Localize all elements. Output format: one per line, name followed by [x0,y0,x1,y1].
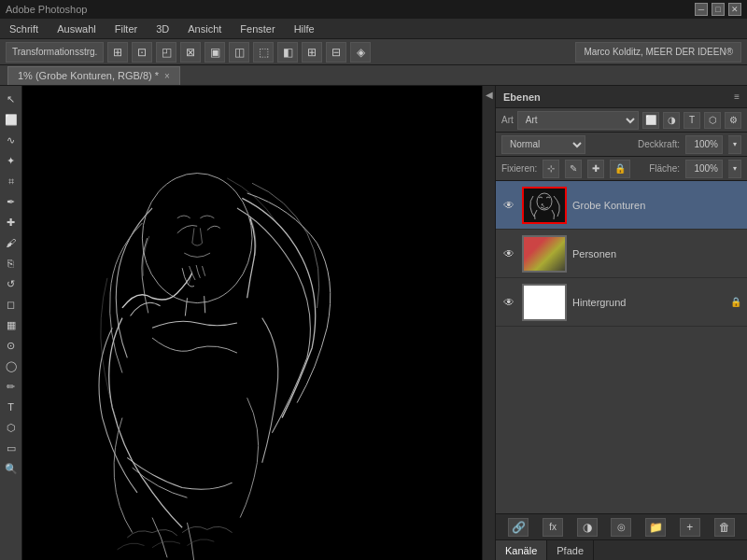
lock-pixel-button[interactable]: ✎ [565,160,582,178]
artwork-canvas [22,86,482,560]
tool-wand[interactable]: ✦ [2,151,21,170]
new-layer-button[interactable]: + [680,518,700,537]
fill-value[interactable]: 100% [685,160,723,178]
transform-tool[interactable]: Transformationsstrg. [6,42,104,63]
tool-crop[interactable]: ⌗ [2,172,21,190]
layer-kind-row: Art Art ⬜ ◑ T ⬡ ⚙ [496,108,747,133]
tool-path[interactable]: ⬡ [2,418,21,437]
menu-auswahl[interactable]: Auswahl [53,21,100,36]
menu-schrift[interactable]: Schrift [6,21,42,36]
tool-dodge[interactable]: ◯ [2,357,21,375]
kind-smart-icon[interactable]: ⚙ [725,112,741,129]
tool-pen[interactable]: ✏ [2,377,21,396]
layer-name-personen: Personen [572,248,741,259]
blend-mode-select[interactable]: Normal [501,135,585,154]
tab-pfade[interactable]: Pfade [547,540,594,560]
fill-dropdown[interactable]: ▾ [728,160,741,178]
tool-heal[interactable]: ✚ [2,213,21,231]
tool-option-11[interactable]: ◈ [350,42,371,63]
layers-menu-button[interactable]: ≡ [734,91,740,102]
tool-option-8[interactable]: ◧ [277,42,298,63]
fixate-label: Fixieren: [501,163,537,174]
layer-grobe-konturen[interactable]: 👁 [496,181,747,230]
title-bar: Adobe Photoshop ─ □ ✕ [0,0,747,19]
tool-brush[interactable]: 🖌 [2,233,21,252]
tool-shape[interactable]: ▭ [2,439,21,457]
group-button[interactable]: 📁 [645,518,666,537]
window-controls: ─ □ ✕ [695,3,741,16]
layer-visibility-hintergrund[interactable]: 👁 [501,295,516,310]
fill-label: Fläche: [649,163,680,174]
tool-option-6[interactable]: ◫ [229,42,249,63]
tool-option-5[interactable]: ▣ [204,42,225,63]
doc-tab-label: 1% (Grobe Konturen, RGB/8) * [18,70,159,81]
tool-option-7[interactable]: ⬚ [253,42,274,63]
tool-option-3[interactable]: ◰ [156,42,176,63]
layer-name-hintergrund: Hintergrund [572,297,725,308]
layer-visibility-personen[interactable]: 👁 [501,246,516,261]
tool-eyedropper[interactable]: ✒ [2,192,21,211]
layer-hintergrund[interactable]: 👁 Hintergrund 🔒 [496,278,747,327]
delete-layer-button[interactable]: 🗑 [714,518,735,537]
svg-rect-0 [22,86,482,560]
minimize-button[interactable]: ─ [695,3,708,16]
maximize-button[interactable]: □ [712,3,725,16]
layer-thumbnail-hintergrund [522,284,567,321]
canvas-area [22,86,482,560]
opacity-label: Deckkraft: [638,139,680,149]
tool-option-2[interactable]: ⊡ [132,42,152,63]
opacity-value[interactable]: 100% [685,135,723,154]
app-title: Adobe Photoshop [6,4,87,15]
tools-panel: ↖ ⬜ ∿ ✦ ⌗ ✒ ✚ 🖌 ⎘ ↺ ◻ ▦ ⊙ ◯ ✏ T ⬡ ▭ 🔍 [0,86,22,560]
close-button[interactable]: ✕ [728,3,741,16]
profile-selector[interactable]: Marco Kolditz, MEER DER IDEEN® [575,42,741,63]
menu-fenster[interactable]: Fenster [236,21,278,36]
layer-personen[interactable]: 👁 Personen [496,230,747,278]
tool-history[interactable]: ↺ [2,274,21,293]
layers-panel-header: Ebenen ≡ [496,86,747,108]
menu-hilfe[interactable]: Hilfe [290,21,318,36]
layer-visibility-grobe[interactable]: 👁 [501,198,516,213]
tool-option-10[interactable]: ⊟ [326,42,346,63]
layer-thumbnail-grobe: ↖ [522,187,567,224]
tool-move[interactable]: ↖ [2,90,21,108]
layer-name-grobe: Grobe Konturen [572,200,741,211]
kind-type-icon[interactable]: T [684,112,700,129]
add-mask-button[interactable]: ◑ [577,518,598,537]
doc-tab-item[interactable]: 1% (Grobe Konturen, RGB/8) * × [7,66,180,85]
layers-list: 👁 [496,181,747,513]
kind-select[interactable]: Art [517,111,639,130]
kind-pixel-icon[interactable]: ⬜ [642,112,659,129]
panel-collapse-button[interactable]: ◀ [482,86,495,560]
tool-gradient[interactable]: ▦ [2,315,21,334]
doc-tab-close[interactable]: × [164,71,170,81]
lock-move-button[interactable]: ✚ [587,160,604,178]
svg-text:↖: ↖ [541,203,545,208]
lock-all-button[interactable]: 🔒 [610,160,630,178]
menu-ansicht[interactable]: Ansicht [184,21,225,36]
person-thumb-image [524,237,565,271]
link-layers-button[interactable]: 🔗 [508,518,529,537]
tool-eraser[interactable]: ◻ [2,295,21,314]
lock-position-button[interactable]: ⊹ [543,160,559,178]
tool-option-4[interactable]: ⊠ [180,42,201,63]
tab-kanale[interactable]: Kanäle [496,540,547,560]
menu-filter[interactable]: Filter [111,21,141,36]
adjustment-button[interactable]: ◎ [611,518,631,537]
tool-marquee[interactable]: ⬜ [2,110,21,129]
opacity-dropdown[interactable]: ▾ [728,135,741,154]
tool-stamp[interactable]: ⎘ [2,254,21,273]
layers-panel-title: Ebenen [503,91,541,103]
menu-3d[interactable]: 3D [152,21,173,36]
channel-tabs: Kanäle Pfade [496,539,747,560]
tool-blur[interactable]: ⊙ [2,336,21,355]
tool-zoom[interactable]: 🔍 [2,459,21,478]
kind-adjustment-icon[interactable]: ◑ [663,112,680,129]
fill-row: Fixieren: ⊹ ✎ ✚ 🔒 Fläche: 100% ▾ [496,157,747,181]
fx-button[interactable]: fx [543,518,563,537]
tool-option-1[interactable]: ⊞ [107,42,128,63]
tool-type[interactable]: T [2,398,21,416]
tool-option-9[interactable]: ⊞ [302,42,322,63]
tool-lasso[interactable]: ∿ [2,131,21,149]
kind-shape-icon[interactable]: ⬡ [704,112,721,129]
